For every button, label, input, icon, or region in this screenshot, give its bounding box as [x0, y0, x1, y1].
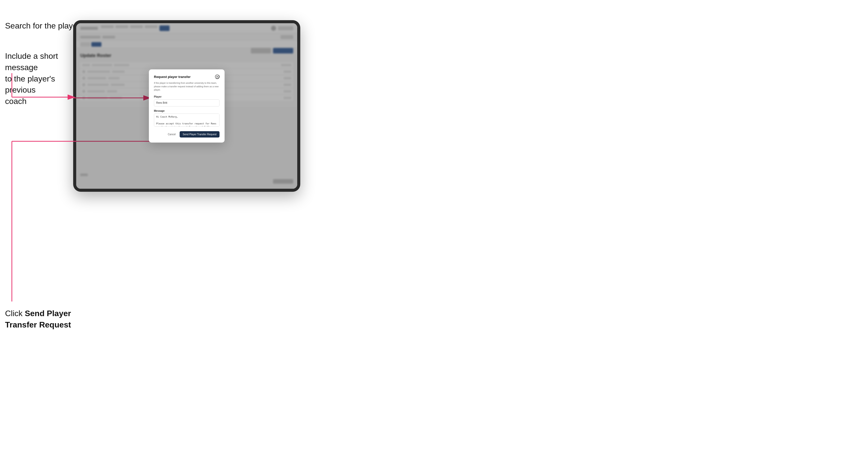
cancel-button[interactable]: Cancel — [166, 132, 178, 137]
modal-overlay: Request player transfer ✕ If the player … — [76, 23, 297, 189]
annotation-search-text: Search for the player. — [5, 20, 82, 32]
modal-close-button[interactable]: ✕ — [215, 74, 219, 79]
modal-header: Request player transfer ✕ — [154, 74, 219, 79]
message-field-label: Message — [154, 110, 219, 112]
annotation-message-text: Include a short messageto the player's p… — [5, 51, 76, 107]
modal-footer: Cancel Send Player Transfer Request — [154, 131, 219, 137]
annotation-click-bold: Send PlayerTransfer Request — [5, 309, 71, 329]
message-textarea[interactable]: Hi Coach McHarg, Please accept this tran… — [154, 114, 219, 127]
modal-title: Request player transfer — [154, 75, 190, 79]
annotation-click-text: Click Send PlayerTransfer Request — [5, 308, 71, 331]
tablet-screen: Update Roster — [76, 23, 297, 189]
transfer-request-modal: Request player transfer ✕ If the player … — [149, 69, 224, 143]
player-field-label: Player — [154, 95, 219, 98]
send-transfer-request-button[interactable]: Send Player Transfer Request — [180, 131, 219, 137]
tablet-device: Update Roster — [73, 20, 300, 192]
modal-description: If the player is transferring from anoth… — [154, 82, 219, 92]
player-search-input[interactable] — [154, 99, 219, 106]
